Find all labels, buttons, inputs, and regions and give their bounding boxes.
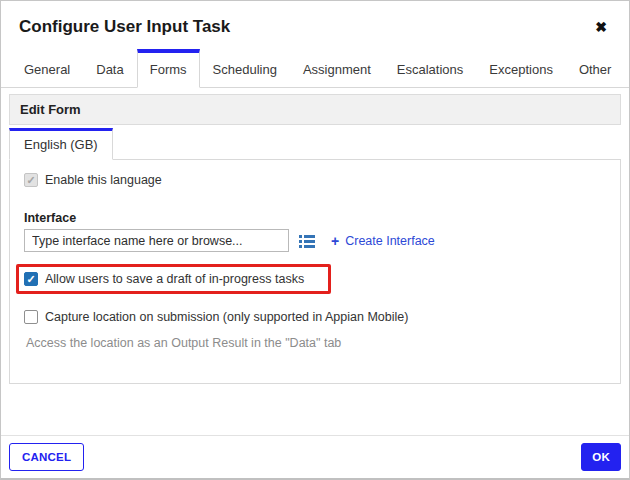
capture-location-row: Capture location on submission (only sup…	[24, 310, 606, 324]
enable-language-checkbox	[24, 173, 38, 187]
create-interface-label: Create Interface	[345, 234, 435, 248]
tab-other[interactable]: Other	[566, 49, 625, 88]
plus-icon: +	[331, 233, 339, 249]
annotation-highlight-box: Allow users to save a draft of in-progre…	[16, 264, 331, 294]
save-draft-label: Allow users to save a draft of in-progre…	[45, 272, 304, 286]
capture-location-checkbox[interactable]	[24, 310, 38, 324]
dialog-titlebar: Configure User Input Task ✖	[1, 1, 629, 49]
enable-language-row: Enable this language	[24, 173, 606, 187]
language-tabs: English (GB)	[9, 128, 621, 159]
dialog-tabs: General Data Forms Scheduling Assignment…	[1, 49, 629, 88]
tab-english-gb[interactable]: English (GB)	[9, 128, 113, 160]
interface-name-input[interactable]	[24, 229, 289, 252]
tab-exceptions[interactable]: Exceptions	[476, 49, 566, 88]
browse-interfaces-icon[interactable]	[299, 234, 315, 248]
save-draft-row: Allow users to save a draft of in-progre…	[24, 272, 304, 286]
ok-button[interactable]: OK	[581, 443, 621, 471]
close-icon[interactable]: ✖	[591, 18, 611, 36]
tab-general[interactable]: General	[11, 49, 83, 88]
tab-escalations[interactable]: Escalations	[384, 49, 476, 88]
forms-tab-content: Edit Form English (GB) Enable this langu…	[1, 88, 629, 384]
configure-user-input-task-dialog: Configure User Input Task ✖ General Data…	[0, 0, 630, 480]
dialog-footer: CANCEL OK	[1, 435, 629, 478]
cancel-button[interactable]: CANCEL	[9, 443, 84, 471]
tab-data[interactable]: Data	[83, 49, 136, 88]
tab-forms[interactable]: Forms	[137, 49, 200, 88]
interface-label: Interface	[24, 211, 606, 225]
enable-language-label: Enable this language	[45, 173, 162, 187]
interface-row: + Create Interface	[24, 229, 606, 252]
dialog-title: Configure User Input Task	[19, 17, 230, 37]
tab-scheduling[interactable]: Scheduling	[200, 49, 290, 88]
capture-location-label: Capture location on submission (only sup…	[45, 310, 408, 324]
language-panel: Enable this language Interface +	[9, 159, 621, 384]
create-interface-link[interactable]: + Create Interface	[331, 233, 435, 249]
tab-assignment[interactable]: Assignment	[290, 49, 384, 88]
save-draft-checkbox[interactable]	[24, 272, 38, 286]
location-help-text: Access the location as an Output Result …	[26, 336, 606, 350]
edit-form-header: Edit Form	[9, 94, 621, 125]
